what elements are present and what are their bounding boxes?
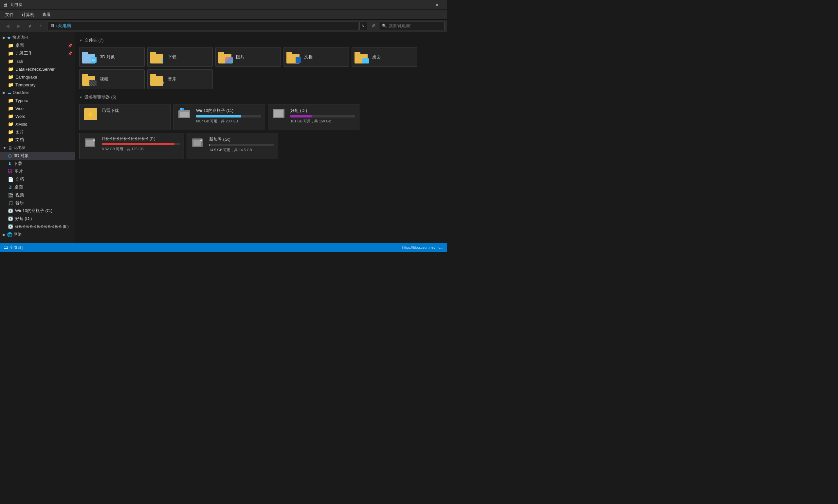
menu-view[interactable]: 查看	[38, 10, 55, 20]
desktop-icon: 🖥	[8, 184, 13, 190]
menu-file[interactable]: 文件	[1, 10, 18, 20]
maximize-button[interactable]: □	[414, 0, 429, 10]
back-button[interactable]: ◀	[3, 21, 13, 31]
sidebar-jiupai-label: 九派工作	[15, 50, 32, 56]
sidebar-viso-label: Viso	[15, 106, 23, 111]
sidebar-item-drive-e[interactable]: 💽 好长长长长长长长长长长长长 (E:)	[0, 222, 75, 230]
app-icon-1: 🖥	[3, 2, 8, 8]
sidebar-item-datarecheck[interactable]: 📁 DataRecheck.Server	[0, 65, 75, 73]
sidebar-network-header[interactable]: ▶ 🌐 网络	[0, 230, 75, 238]
drive-item-xunlei[interactable]: ⚡ 迅雷下载	[79, 104, 171, 130]
sidebar-item-ssh[interactable]: 📁 .ssh	[0, 57, 75, 65]
folder-icon: 📁	[8, 122, 14, 127]
folder-icon: 📁	[8, 106, 14, 111]
folder-item-music[interactable]: ♪ 音乐	[147, 69, 213, 89]
folder-item-3d[interactable]: 3D 3D 对象	[79, 47, 145, 67]
sidebar-item-documents[interactable]: 📄 文档	[0, 176, 75, 183]
sidebar-item-pictures-od[interactable]: 📁 图片	[0, 128, 75, 136]
drive-c-icon-container	[178, 108, 192, 121]
sidebar-drive-e-label: 好长长长长长长长长长长长长 (E:)	[15, 224, 69, 229]
svg-point-8	[93, 140, 95, 141]
onedrive-cloud-icon: ☁	[7, 90, 12, 95]
drive-d-icon: 💽	[8, 216, 13, 221]
sidebar-item-xmind[interactable]: 📁 XMind	[0, 120, 75, 128]
breadcrumb-this-pc[interactable]: 此电脑	[58, 23, 71, 29]
menu-computer[interactable]: 计算机	[18, 10, 38, 20]
folder-thumb-documents	[286, 50, 301, 64]
quick-access-star-icon: ★	[7, 35, 11, 40]
sidebar-scroll[interactable]: ▶ ★ 快速访问 📁 桌面 📌 📁 九派工作 📌 📁 .ssh 📁 DataRe…	[0, 33, 75, 241]
folder-thumb-pictures	[218, 50, 233, 64]
sidebar-item-drive-d[interactable]: 💽 好短 (D:)	[0, 215, 75, 222]
music-badge: ♪	[162, 80, 165, 86]
drives-chevron[interactable]: ▼	[79, 95, 83, 99]
drive-item-g[interactable]: 新加卷 (G:) 14.5 GB 可用，共 14.5 GB	[186, 133, 278, 159]
sidebar-item-word[interactable]: 📁 Word	[0, 112, 75, 120]
folder-item-download[interactable]: ⬇ 下载	[147, 47, 213, 67]
drive-item-e[interactable]: 好长长长长长长长长长长长长 (E:) 8.52 GB 可用，共 125 GB	[79, 133, 184, 159]
folder-icon: 📁	[8, 98, 14, 103]
xunlei-icon: ⚡	[84, 108, 98, 121]
address-dropdown-button[interactable]: ∨	[359, 22, 367, 30]
sidebar: ▶ ★ 快速访问 📁 桌面 📌 📁 九派工作 📌 📁 .ssh 📁 DataRe…	[0, 32, 75, 243]
search-bar[interactable]: 🔍	[379, 22, 445, 30]
sidebar-item-temporary[interactable]: 📁 Temporary	[0, 81, 75, 89]
minimize-button[interactable]: —	[399, 0, 414, 10]
folder-name-3d: 3D 对象	[100, 54, 115, 60]
drive-d-bar-fill	[290, 115, 311, 118]
folder-item-desktop[interactable]: 桌面	[352, 47, 417, 67]
sidebar-item-jiupai[interactable]: 📁 九派工作 📌	[0, 50, 75, 57]
up-button[interactable]: ↑	[36, 21, 46, 31]
drive-c-bar-fill	[196, 115, 241, 118]
sidebar-item-video[interactable]: 🎬 视频	[0, 191, 75, 199]
forward-button[interactable]: ▶	[14, 21, 23, 31]
up-list-button[interactable]: ∨	[25, 21, 35, 31]
sidebar-item-documents-od[interactable]: 📁 文档	[0, 136, 75, 144]
main-layout: ▶ ★ 快速访问 📁 桌面 📌 📁 九派工作 📌 📁 .ssh 📁 DataRe…	[0, 32, 447, 243]
sidebar-item-desktop[interactable]: 📁 桌面 📌	[0, 41, 75, 50]
address-bar[interactable]: 🖥 › 此电脑	[47, 22, 358, 30]
sidebar-item-viso[interactable]: 📁 Viso	[0, 104, 75, 112]
sidebar-item-music[interactable]: 🎵 音乐	[0, 199, 75, 207]
status-bar: 12 个项目 | https://blog.csdn.net/mc...	[0, 243, 447, 252]
folder-icon: 📁	[8, 129, 14, 134]
pin-icon: 📌	[68, 43, 72, 48]
drive-g-bar-fill	[209, 144, 210, 146]
sidebar-item-drive-c[interactable]: 💽 Win10的命根子 (C:)	[0, 207, 75, 215]
drive-e-info: 好长长长长长长长长长长长长 (E:) 8.52 GB 可用，共 125 GB	[102, 137, 180, 151]
onedrive-chevron: ▶	[3, 90, 5, 95]
drive-item-c[interactable]: Win10的命根子 (C:) 60.7 GB 可用，共 200 GB	[174, 104, 265, 130]
sidebar-video-label: 视频	[15, 192, 24, 198]
drive-e-name: 好长长长长长长长长长长长长 (E:)	[102, 137, 180, 141]
folder-grid: 3D 3D 对象 ⬇ 下载 图片	[79, 47, 443, 89]
quick-access-chevron: ▶	[3, 35, 5, 40]
folder-icon: 📁	[8, 58, 14, 64]
sidebar-item-downloads[interactable]: ⬇ 下载	[0, 160, 75, 167]
drive-c-stats: 60.7 GB 可用，共 200 GB	[196, 119, 261, 124]
content-area[interactable]: ▼ 文件夹 (7) 3D 3D 对象 ⬇ 下载	[75, 32, 447, 243]
folders-section-header: ▼ 文件夹 (7)	[79, 37, 443, 43]
folder-item-pictures[interactable]: 图片	[215, 47, 281, 67]
sidebar-item-earthquake[interactable]: 📁 Earthquake	[0, 73, 75, 81]
folder-item-video[interactable]: 视频	[79, 69, 145, 89]
search-input[interactable]	[389, 23, 442, 28]
drive-item-d[interactable]: 好短 (D:) 101 GB 可用，共 150 GB	[268, 104, 359, 130]
network-chevron: ▶	[3, 232, 5, 237]
sidebar-item-desktop-pc[interactable]: 🖥 桌面	[0, 183, 75, 191]
sidebar-item-typora[interactable]: 📁 Typora	[0, 96, 75, 104]
close-button[interactable]: ✕	[429, 0, 445, 10]
refresh-button[interactable]: ↺	[369, 22, 378, 30]
folder-item-documents[interactable]: 文档	[284, 47, 349, 67]
drive-e-icon-container	[84, 137, 98, 149]
sidebar-temporary-label: Temporary	[15, 83, 35, 87]
sidebar-quick-access-header[interactable]: ▶ ★ 快速访问	[0, 33, 75, 41]
sidebar-item-3dobjects[interactable]: ⬡ 3D 对象	[0, 152, 75, 160]
folder-icon: 📁	[8, 43, 14, 48]
sidebar-item-pictures[interactable]: 🖼 图片	[0, 167, 75, 176]
sidebar-onedrive-header[interactable]: ▶ ☁ OneDrive	[0, 89, 75, 96]
folders-chevron[interactable]: ▼	[79, 39, 83, 42]
folder-icon: 📁	[8, 67, 14, 72]
sidebar-drive-d-label: 好短 (D:)	[15, 216, 32, 221]
title-bar-title: 此电脑	[11, 2, 22, 7]
sidebar-thispc-header[interactable]: ▼ 🖥 此电脑	[0, 144, 75, 152]
